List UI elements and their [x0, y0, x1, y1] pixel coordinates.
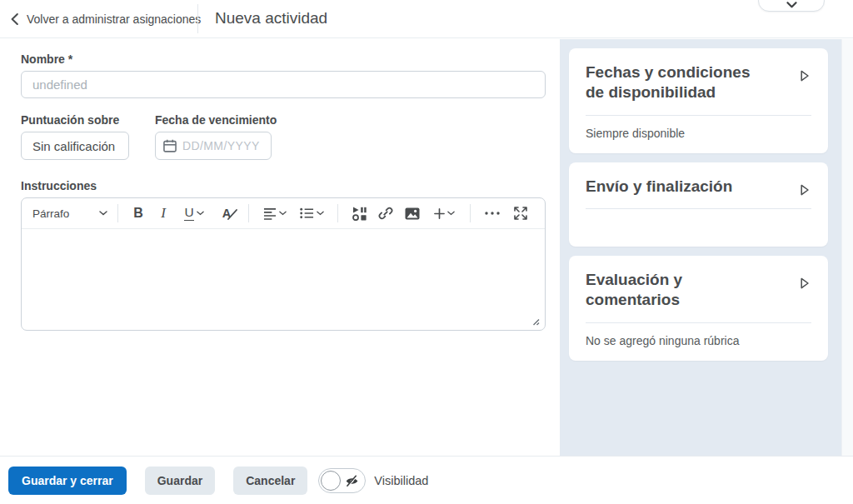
- link-icon: [378, 206, 393, 221]
- panel-title: Fechas y condiciones de disponibilidad: [586, 62, 811, 103]
- italic-icon: I: [161, 205, 166, 222]
- underline-dropdown[interactable]: U: [176, 202, 212, 225]
- toolbar-divider: [337, 204, 338, 222]
- expand-icon: [514, 207, 527, 220]
- instructions-editor-content[interactable]: [22, 229, 545, 330]
- bold-button[interactable]: B: [126, 202, 151, 225]
- save-button[interactable]: Guardar: [145, 467, 215, 495]
- fullscreen-button[interactable]: [506, 202, 535, 225]
- due-date-label: Fecha de vencimiento: [155, 113, 277, 127]
- chevron-right-icon: [800, 277, 810, 290]
- more-actions-button[interactable]: [478, 202, 506, 225]
- chevron-right-icon: [800, 69, 810, 82]
- list-dropdown[interactable]: [293, 202, 330, 225]
- insert-stuff-icon: [352, 207, 367, 221]
- new-assignment-page: Volver a administrar asignaciones Nueva …: [0, 0, 853, 504]
- toolbar-divider: [117, 204, 118, 222]
- required-marker: *: [68, 52, 72, 66]
- eye-off-icon: [345, 475, 359, 487]
- bold-icon: B: [133, 206, 143, 221]
- action-bar: Guardar y cerrar Guardar Cancelar Visibi…: [0, 456, 853, 504]
- visibility-control: Visibilidad: [318, 468, 428, 493]
- align-dropdown[interactable]: [257, 202, 293, 225]
- due-date-field[interactable]: [155, 132, 272, 160]
- name-input[interactable]: [21, 71, 546, 98]
- panel-title: Envío y finalización: [586, 177, 811, 197]
- insert-link-button[interactable]: [372, 202, 399, 225]
- assignment-form: Nombre * Puntuación sobre Fecha de venci…: [0, 39, 560, 456]
- save-and-close-button[interactable]: Guardar y cerrar: [8, 467, 127, 495]
- expand-evaluation-panel-button[interactable]: [793, 272, 816, 295]
- expand-submission-panel-button[interactable]: [793, 178, 816, 202]
- scrollbar-track[interactable]: [841, 39, 853, 456]
- header-divider: [197, 4, 198, 33]
- name-label: Nombre *: [21, 52, 72, 66]
- ellipsis-icon: [485, 212, 500, 215]
- instructions-label: Instrucciones: [21, 179, 97, 192]
- editor-resize-handle[interactable]: [530, 316, 540, 326]
- insert-more-dropdown[interactable]: [426, 202, 462, 225]
- score-input[interactable]: [21, 132, 129, 160]
- page-title: Nueva actividad: [215, 0, 327, 37]
- visibility-toggle[interactable]: [318, 468, 366, 493]
- italic-button[interactable]: I: [151, 202, 176, 225]
- toolbar-divider: [470, 204, 471, 222]
- editor-toolbar: Párrafo B I U: [22, 198, 545, 229]
- insert-stuff-button[interactable]: [346, 202, 372, 225]
- back-link-label: Volver a administrar asignaciones: [27, 12, 201, 26]
- chevron-down-icon: [317, 211, 324, 216]
- settings-sidebar: Fechas y condiciones de disponibilidad S…: [560, 39, 841, 456]
- instructions-editor: Párrafo B I U: [21, 197, 546, 331]
- chevron-down-icon: [99, 211, 107, 216]
- visibility-label: Visibilidad: [374, 474, 428, 487]
- image-icon: [405, 207, 420, 220]
- cancel-button[interactable]: Cancelar: [233, 467, 307, 495]
- top-bar: Volver a administrar asignaciones Nueva …: [0, 0, 853, 38]
- due-date-input[interactable]: [182, 139, 266, 152]
- collapse-header-button[interactable]: [758, 0, 825, 12]
- toolbar-divider: [248, 204, 249, 222]
- underline-icon: U: [184, 206, 193, 220]
- chevron-down-icon: [786, 2, 797, 8]
- expand-availability-panel-button[interactable]: [793, 64, 816, 87]
- chevron-left-icon: [11, 13, 18, 25]
- submission-summary: [586, 209, 811, 233]
- paragraph-format-label: Párrafo: [32, 207, 69, 220]
- plus-icon: [434, 208, 445, 219]
- align-left-icon: [263, 207, 277, 220]
- back-link[interactable]: Volver a administrar asignaciones: [11, 0, 201, 38]
- toggle-knob: [321, 471, 341, 491]
- availability-panel: Fechas y condiciones de disponibilidad S…: [569, 48, 828, 153]
- chevron-down-icon: [279, 211, 287, 216]
- bullet-list-icon: [300, 207, 314, 219]
- insert-image-button[interactable]: [399, 202, 426, 225]
- availability-summary: Siempre disponible: [586, 116, 811, 140]
- chevron-right-icon: [800, 183, 810, 197]
- chevron-down-icon: [447, 211, 455, 216]
- font-color-button[interactable]: A: [212, 202, 241, 225]
- chevron-down-icon: [197, 211, 204, 216]
- evaluation-summary: No se agregó ninguna rúbrica: [586, 323, 811, 347]
- panel-title: Evaluación y comentarios: [586, 270, 811, 311]
- calendar-icon: [163, 139, 177, 152]
- evaluation-panel: Evaluación y comentarios No se agregó ni…: [569, 256, 828, 361]
- submission-panel: Envío y finalización: [569, 162, 828, 247]
- score-label: Puntuación sobre: [21, 113, 119, 127]
- font-color-icon: A: [222, 207, 231, 220]
- paragraph-format-dropdown[interactable]: Párrafo: [30, 202, 110, 225]
